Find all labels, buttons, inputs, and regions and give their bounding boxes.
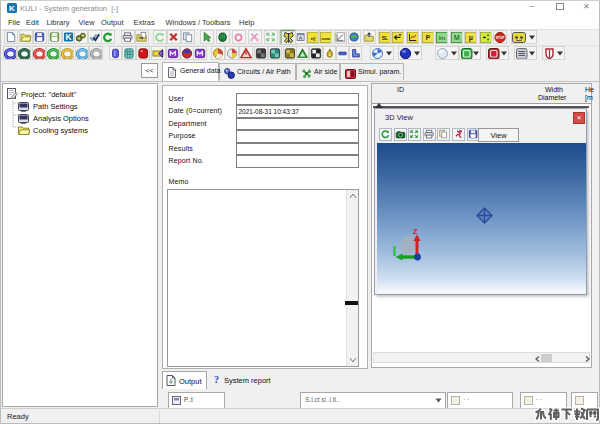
svg-text:μ: μ xyxy=(469,34,473,42)
svg-text:?: ? xyxy=(214,374,219,385)
svg-text:Im: Im xyxy=(439,35,446,41)
svg-text:SL: SL xyxy=(381,35,387,41)
svg-text:com: com xyxy=(322,36,331,41)
svg-text:●((: ●(( xyxy=(311,36,317,41)
svg-text:A: A xyxy=(298,35,302,41)
svg-text:K: K xyxy=(65,32,71,42)
svg-text:STOP: STOP xyxy=(496,36,506,40)
svg-text:Z: Z xyxy=(413,227,418,236)
svg-text:M: M xyxy=(454,34,460,41)
svg-text:K: K xyxy=(9,4,15,13)
svg-text:P: P xyxy=(425,34,429,41)
